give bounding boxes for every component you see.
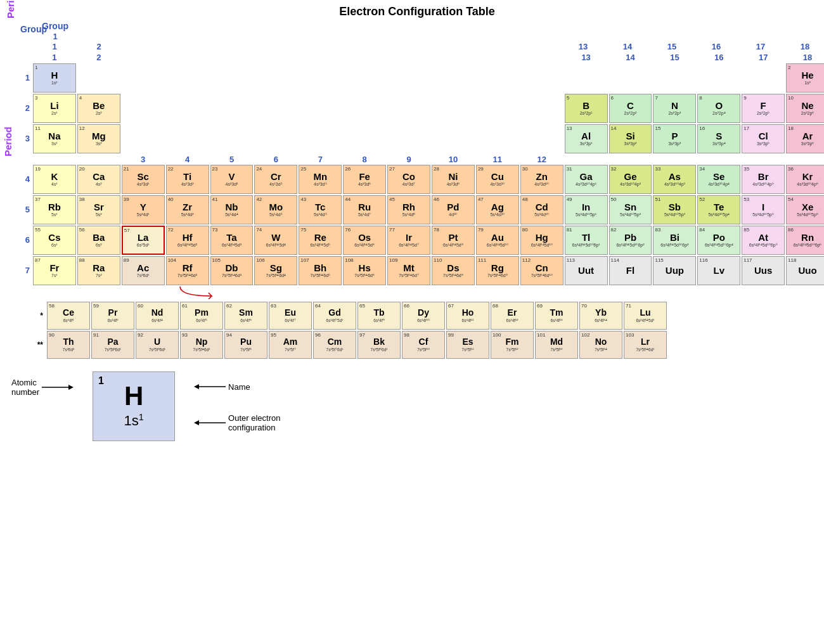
empty-cell-1-14 xyxy=(609,63,652,93)
symbol-Hs: Hs xyxy=(359,263,371,274)
period-label: Period xyxy=(3,127,13,157)
legend-cell: 1 H 1s1 xyxy=(93,371,175,441)
element-cell-La: 57La6s²5d¹ xyxy=(122,226,165,255)
config-label-row: Outer electronconfiguration xyxy=(194,413,280,432)
symbol-P: P xyxy=(671,131,678,142)
config-P: 3s²3p³ xyxy=(668,141,681,146)
symbol-Ru: Ru xyxy=(358,202,371,213)
config-Cl: 3s²3p⁵ xyxy=(757,141,770,146)
legend-left-labels: Atomicnumber xyxy=(11,378,74,435)
empty-cell-2-7 xyxy=(299,94,342,123)
element-cell-Rf: 104Rf7s²5f¹⁴6d² xyxy=(166,256,209,285)
atomic-num-Pb: 82 xyxy=(611,227,617,233)
element-cell-Mn: 25Mn4s²3d⁵ xyxy=(299,165,342,194)
atomic-num-Xe: 54 xyxy=(788,196,794,202)
element-cell-V: 23V4s²3d³ xyxy=(210,165,254,194)
symbol-Md: Md xyxy=(550,337,563,347)
symbol-Br: Br xyxy=(758,172,769,183)
symbol-F: F xyxy=(761,101,766,112)
atomic-num-Lu: 71 xyxy=(626,303,631,309)
group-header-12 xyxy=(520,53,563,62)
atomic-num-Cm: 96 xyxy=(315,332,321,338)
symbol-Dy: Dy xyxy=(418,308,429,318)
actinide-row: **90Th7s²6d²91Pa7s²5f²6d¹92U7s²5f³6d¹93N… xyxy=(19,331,824,359)
atomic-num-Ru: 44 xyxy=(345,196,351,202)
empty-cell-2-9 xyxy=(387,94,430,123)
config-Hg: 6s²4f¹⁴5d¹⁰ xyxy=(531,243,553,248)
config-Mn: 4s²3d⁵ xyxy=(314,182,327,187)
symbol-Fr: Fr xyxy=(49,263,59,274)
symbol-Na: Na xyxy=(48,131,60,142)
period-num-4: 4 xyxy=(19,165,32,194)
element-cell-Sn: 50Sn5s²4d¹⁰5p² xyxy=(609,195,652,224)
config-Bk: 7s²5f⁸6d¹ xyxy=(371,347,388,352)
atomic-num-U: 92 xyxy=(138,332,143,338)
symbol-K: K xyxy=(51,172,58,183)
config-Am: 7s²5f⁷ xyxy=(285,347,295,352)
element-cell-Pt: 78Pt6s¹4f¹⁴5d⁹ xyxy=(432,226,475,255)
config-Au: 6s¹4f¹⁴5d¹⁰ xyxy=(487,243,508,248)
symbol-Hf: Hf xyxy=(183,233,193,243)
group-header-8 xyxy=(343,53,386,62)
atomic-num-Cl: 17 xyxy=(744,126,749,131)
symbol-Uup: Uup xyxy=(666,266,684,276)
symbol-V: V xyxy=(228,172,235,183)
symbol-La: La xyxy=(138,233,149,243)
element-cell-Sc: 21Sc4s²3d¹ xyxy=(122,165,165,194)
period-num-5: 5 xyxy=(19,195,32,224)
atomic-num-Th: 90 xyxy=(49,332,55,338)
symbol-Am: Am xyxy=(283,337,298,347)
empty-cell-1-3 xyxy=(122,63,165,93)
empty-cell-1-9 xyxy=(387,63,430,93)
symbol-Pu: Pu xyxy=(240,337,252,347)
config-I: 5s²4d¹⁰5p⁵ xyxy=(752,212,774,217)
group-mid-header-14 xyxy=(609,155,652,164)
symbol-Y: Y xyxy=(140,202,146,213)
atomic-num-Yb: 70 xyxy=(581,303,587,309)
group-header-numbers: 12131415161718 xyxy=(33,53,824,62)
element-cell-Sg: 106Sg7s²5f¹⁴6d⁴ xyxy=(254,256,297,285)
symbol-Nb: Nb xyxy=(225,202,238,213)
config-Pt: 6s¹4f¹⁴5d⁹ xyxy=(443,243,463,248)
atomic-num-Sm: 62 xyxy=(226,303,232,309)
config-Mt: 7s²5f¹⁴6d⁷ xyxy=(399,273,419,278)
atomic-num-Cf: 98 xyxy=(404,332,409,338)
atomic-num-Li: 3 xyxy=(35,95,37,101)
symbol-Sb: Sb xyxy=(669,202,681,213)
config-La: 6s²5d¹ xyxy=(137,243,150,248)
element-cell-Os: 76Os6s²4f¹⁴5d⁶ xyxy=(343,226,386,255)
empty-cell-1-17 xyxy=(742,63,785,93)
pt-rows: 1213141516171811H1s¹2He1s²23Li2s¹4Be2s²5… xyxy=(19,53,824,299)
atomic-num-K: 19 xyxy=(35,166,41,172)
group-header-17: 17 xyxy=(742,53,785,62)
symbol-Pr: Pr xyxy=(108,308,118,318)
atomic-num-Ho: 67 xyxy=(448,303,454,309)
symbol-Se: Se xyxy=(713,172,724,183)
element-cell-Ba: 56Ba6s² xyxy=(77,226,120,255)
atomic-num-Er: 68 xyxy=(492,303,498,309)
symbol-Ga: Ga xyxy=(580,172,593,183)
element-cell-Mg: 12Mg3s² xyxy=(77,124,120,153)
config-Np: 7s²5f⁴6d¹ xyxy=(193,347,210,352)
config-Rh: 5s¹4d⁸ xyxy=(402,212,416,217)
symbol-Rg: Rg xyxy=(491,263,504,274)
atomic-num-Te: 52 xyxy=(699,196,705,202)
symbol-Rn: Rn xyxy=(801,233,814,243)
symbol-Fl: Fl xyxy=(626,266,634,276)
atomic-num-Tm: 69 xyxy=(537,303,543,309)
element-cell-Lu: 71Lu6s²4f¹⁴5d¹ xyxy=(624,302,667,330)
atomic-num-Bh: 107 xyxy=(300,257,309,263)
symbol-Pd: Pd xyxy=(447,202,459,213)
atomic-num-At: 85 xyxy=(744,227,749,233)
symbol-Pb: Pb xyxy=(624,233,636,243)
config-Bi: 6s²4f¹⁴5d¹⁰6p³ xyxy=(660,243,688,248)
config-Er: 6s²4f¹² xyxy=(506,318,518,323)
atomic-num-Os: 76 xyxy=(345,227,351,233)
atomic-num-Sc: 21 xyxy=(124,166,129,172)
symbol-Eu: Eu xyxy=(285,308,296,318)
atomic-num-B: 5 xyxy=(567,95,569,101)
config-Os: 6s²4f¹⁴5d⁶ xyxy=(354,243,375,248)
element-cell-Hf: 72Hf6s²4f¹⁴5d² xyxy=(166,226,209,255)
symbol-Ba: Ba xyxy=(93,233,105,243)
group-mid-header-15 xyxy=(653,155,696,164)
